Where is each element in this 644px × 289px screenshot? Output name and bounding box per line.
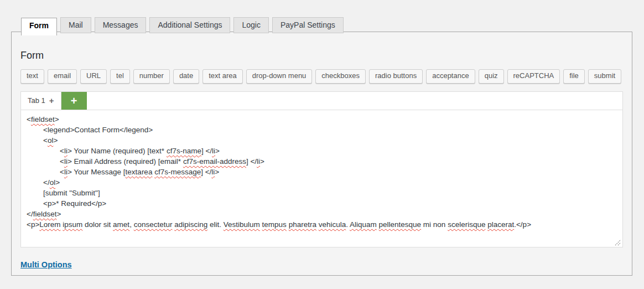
code-line: <p>Lorem ipsum dolor sit amet, consectet… <box>27 219 617 230</box>
multi-options-link[interactable]: Multi Options <box>20 260 72 269</box>
tag-button-quiz[interactable]: quiz <box>479 69 504 84</box>
tag-button-radio-buttons[interactable]: radio buttons <box>369 69 423 84</box>
plus-icon: + <box>71 95 77 106</box>
form-editor: Tab 1 + + <fieldset> <legend>Contact For… <box>20 91 623 247</box>
tab-plus-icon[interactable]: + <box>49 96 54 105</box>
tab-additional-settings[interactable]: Additional Settings <box>149 17 230 33</box>
code-line: <fieldset> <box>27 114 617 125</box>
page-title: Form <box>20 50 632 61</box>
tag-button-file[interactable]: file <box>563 69 585 84</box>
tab-paypal-settings[interactable]: PayPal Settings <box>272 17 344 33</box>
code-line: <p>* Required</p> <box>27 198 617 209</box>
settings-tabs: FormMailMessagesAdditional SettingsLogic… <box>21 17 344 33</box>
add-tab-button[interactable]: + <box>61 92 87 110</box>
editor-tab-label: Tab 1 <box>28 96 45 105</box>
code-line: </fieldset> <box>27 209 617 219</box>
tag-button-url[interactable]: URL <box>80 69 107 84</box>
tag-button-date[interactable]: date <box>173 69 199 84</box>
tag-button-email[interactable]: email <box>48 69 77 84</box>
editor-tabbar: Tab 1 + + <box>21 92 622 110</box>
resize-handle-icon[interactable] <box>614 239 621 246</box>
tag-button-text-area[interactable]: text area <box>202 69 243 84</box>
code-line: </ol> <box>27 177 617 188</box>
tag-button-number[interactable]: number <box>133 69 170 84</box>
editor-tab-1[interactable]: Tab 1 + <box>21 92 61 110</box>
tag-button-acceptance[interactable]: acceptance <box>426 69 475 84</box>
code-line: <li> Email Address (required) [email* cf… <box>27 156 617 167</box>
code-line: <ol> <box>27 135 617 146</box>
tag-button-text[interactable]: text <box>20 69 44 84</box>
form-panel: Form textemailURLtelnumberdatetext aread… <box>11 32 632 276</box>
tab-form[interactable]: Form <box>21 18 57 35</box>
form-code-textarea[interactable]: <fieldset> <legend>Contact Form</legend>… <box>21 110 622 247</box>
tag-button-tel[interactable]: tel <box>110 69 130 84</box>
tab-logic[interactable]: Logic <box>233 17 268 33</box>
code-line: <li> Your Message [textarea cf7s-message… <box>27 167 617 177</box>
tab-mail[interactable]: Mail <box>60 17 91 33</box>
tag-button-checkboxes[interactable]: checkboxes <box>315 69 366 84</box>
tag-button-recaptcha[interactable]: reCAPTCHA <box>507 69 560 84</box>
tag-button-submit[interactable]: submit <box>588 69 621 84</box>
tag-button-drop-down-menu[interactable]: drop-down menu <box>246 69 313 84</box>
code-line: [submit "Submit"] <box>27 188 617 198</box>
tag-generator-row: textemailURLtelnumberdatetext areadrop-d… <box>20 69 623 84</box>
code-line: <li> Your Name (required) [text* cf7s-na… <box>27 146 617 156</box>
tab-messages[interactable]: Messages <box>95 17 147 33</box>
code-line: <legend>Contact Form</legend> <box>27 125 617 135</box>
